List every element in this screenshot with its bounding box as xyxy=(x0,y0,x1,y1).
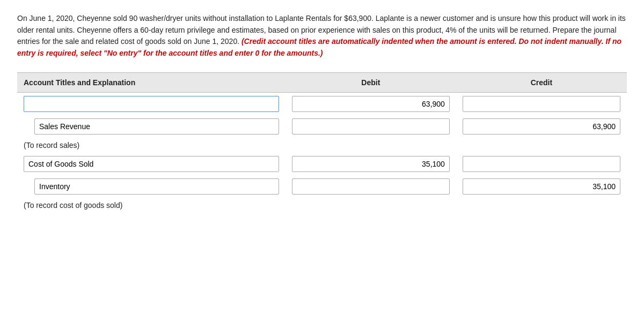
note-1-text: (To record sales) xyxy=(24,141,79,150)
account-input-2[interactable] xyxy=(34,118,279,135)
note-row-1: (To record sales) xyxy=(17,138,627,153)
credit-input-1[interactable] xyxy=(463,96,620,112)
credit-input-4[interactable] xyxy=(463,178,620,195)
note-2-text: (To record cost of goods sold) xyxy=(24,201,122,210)
debit-input-2[interactable] xyxy=(292,118,450,135)
table-row xyxy=(17,153,627,175)
credit-input-2[interactable] xyxy=(463,118,620,135)
header-debit: Debit xyxy=(286,72,456,92)
table-row xyxy=(17,175,627,198)
table-row xyxy=(17,92,627,115)
debit-input-4[interactable] xyxy=(292,178,450,195)
account-input-4[interactable] xyxy=(34,178,279,195)
table-row xyxy=(17,115,627,138)
account-input-1[interactable] xyxy=(24,96,279,112)
debit-input-3[interactable] xyxy=(292,156,450,172)
table-header-row: Account Titles and Explanation Debit Cre… xyxy=(17,72,627,92)
header-account: Account Titles and Explanation xyxy=(17,72,286,92)
credit-input-3[interactable] xyxy=(463,156,620,172)
header-credit: Credit xyxy=(456,72,627,92)
journal-table: Account Titles and Explanation Debit Cre… xyxy=(17,72,627,213)
note-row-2: (To record cost of goods sold) xyxy=(17,198,627,213)
account-input-3[interactable] xyxy=(24,156,279,172)
intro-paragraph: On June 1, 2020, Cheyenne sold 90 washer… xyxy=(17,13,627,59)
debit-input-1[interactable] xyxy=(292,96,450,112)
